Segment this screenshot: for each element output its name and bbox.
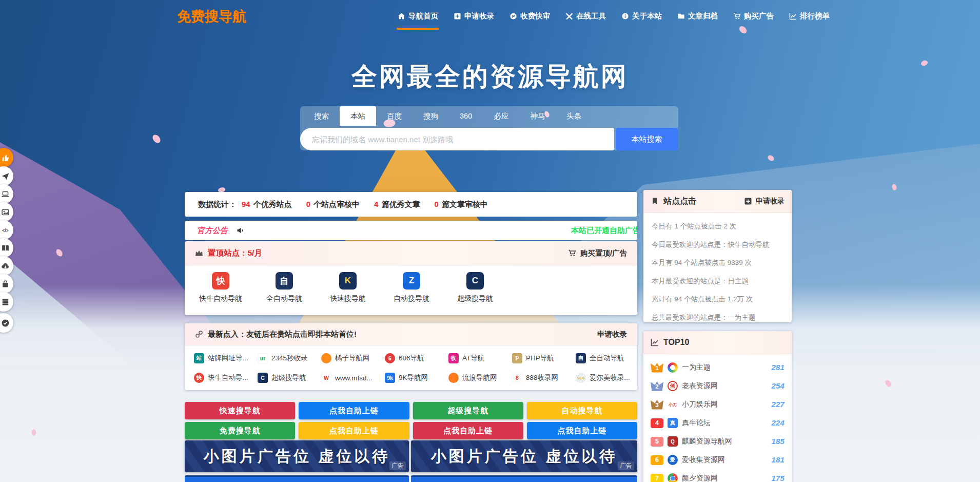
site-clicks-panel: 站点点击 申请收录 今日有 1 个站点被点击 2 次 今日最受欢迎的站点是：快牛… [643,190,792,322]
verify-button[interactable] [0,313,13,333]
site-name: 流浪导航网 [462,373,497,382]
link-item[interactable]: 6606导航 [381,353,444,363]
link-item[interactable]: ur2345秒收录 [253,353,317,363]
nav-item-apply[interactable]: 申请收录 [454,11,494,21]
top10-item[interactable]: 5 Q 麒麟资源导航网 185 [651,432,785,451]
search-button[interactable]: 本站搜索 [616,128,678,150]
search-tab-this-site[interactable]: 本站 [340,106,376,126]
link-item[interactable]: 快快牛自动导... [190,373,253,383]
server-button[interactable] [0,292,13,312]
top10-item[interactable]: 6 爱 爱收集资源网 181 [651,451,785,469]
link-button[interactable]: 免费搜导航 [185,422,295,439]
site-favicon: 自 [576,353,586,363]
book-button[interactable] [0,238,13,258]
code-button[interactable]: </> [0,220,13,240]
link-item[interactable]: 站站牌网址导... [190,353,253,363]
link-item[interactable]: C超级搜导航 [253,373,317,383]
top-site[interactable]: 自全自动导航 [252,272,316,303]
link-item[interactable]: 流浪导航网 [444,373,508,383]
petal-decoration [884,379,893,388]
shop-button[interactable] [0,274,13,294]
apply-link[interactable]: 申请收录 [744,197,785,206]
nav-item-rankings[interactable]: 排行榜单 [789,11,830,21]
top10-item[interactable]: 4 真 真牛论坛 224 [651,414,785,432]
site-logo[interactable]: 免费搜导航 [177,7,246,26]
stats-label: 数据统计： [198,200,237,209]
nav-item-online-tools[interactable]: 在线工具 [565,11,606,21]
search-tab-baidu[interactable]: 百度 [376,106,413,126]
top10-item[interactable]: 1 一为主题 281 [651,358,785,377]
cloud-download-icon [1,262,10,271]
search-tab-bing[interactable]: 必应 [483,106,519,126]
site-name: AT导航 [462,354,484,363]
laptop-icon [1,190,10,199]
nav-item-archive[interactable]: 文章归档 [677,11,718,21]
desktop-button[interactable] [0,184,13,204]
link-item[interactable]: SEO爱尔美收录... [572,373,635,383]
link-button[interactable]: 超级搜导航 [413,402,523,419]
link-button[interactable]: 点我自助上链 [299,402,409,419]
search-tab-shenma[interactable]: 神马 [519,106,556,126]
ad-banner-bottom[interactable] [411,475,637,482]
ad-banner[interactable]: 小图片广告位 虚位以待 广告 [411,440,637,472]
link-item[interactable]: Wwww.mfsd... [317,373,381,383]
nav-item-buy-ads[interactable]: 购买广告 [733,11,774,21]
site-favicon: Z [403,272,420,290]
nav-item-home[interactable]: 导航首页 [398,11,438,21]
search-tab-toutiao[interactable]: 头条 [556,106,592,126]
click-count: 254 [771,381,785,391]
buy-top-link[interactable]: 购买置顶/广告 [568,248,627,258]
search-tab-360[interactable]: 360 [449,106,483,126]
site-name: 真牛论坛 [682,418,711,428]
rank-crown-icon: 1 [651,363,663,373]
site-name: 888收录网 [526,373,558,382]
search-input[interactable] [300,128,614,150]
link-item[interactable]: 自全自动导航 [572,353,635,363]
like-button[interactable] [0,148,13,167]
link-button[interactable]: 自动搜导航 [527,402,637,419]
site-name: 老表资源网 [682,381,718,391]
search-row: 本站搜索 [300,128,678,150]
announcement-label: 官方公告 [197,226,228,236]
click-stat-line: 今日有 1 个站点被点击 2 次 [652,217,783,236]
link-item[interactable]: 收AT导航 [444,353,508,363]
stat-excellent-sites: 94个优秀站点 [242,200,292,209]
site-name: 快速搜导航 [330,294,366,303]
nav-item-paid-review[interactable]: P 收费快审 [509,11,550,21]
cart-icon [733,12,741,20]
top10-item[interactable]: 7 颜夕资源网 175 [651,469,785,482]
link-item[interactable]: 8888收录网 [508,373,572,383]
top10-item[interactable]: 2 佬 老表资源网 254 [651,377,785,395]
link-item[interactable]: 橘子导航网 [317,353,381,363]
top-site[interactable]: K快速搜导航 [316,272,380,303]
ad-tag: 广告 [389,461,406,470]
plus-square-icon [454,12,461,20]
download-button[interactable] [0,256,13,276]
site-favicon: 小刀 [668,399,678,410]
nav-item-about[interactable]: i 关于本站 [621,11,662,21]
gallery-button[interactable] [0,202,13,222]
share-button[interactable] [0,166,13,186]
ad-banner[interactable]: 小图片广告位 虚位以待 广告 [185,440,409,472]
nav-label: 文章归档 [688,11,718,21]
link-button[interactable]: 点我自助上链 [299,422,409,439]
top-site[interactable]: Z自动搜导航 [380,272,443,303]
rank-badge: 4 [651,418,663,428]
apply-link[interactable]: 申请收录 [597,330,627,339]
info-icon: i [621,12,629,20]
link-item[interactable]: 9k9K导航网 [381,373,444,383]
site-name: 爱尔美收录... [590,373,630,382]
link-button[interactable]: 点我自助上链 [413,422,523,439]
top-site[interactable]: 快快牛自动导航 [189,272,252,303]
ad-banner-bottom[interactable] [185,475,409,482]
site-name: 一为主题 [682,363,711,372]
site-favicon: W [321,373,331,383]
link-item[interactable]: PPHP导航 [508,353,572,363]
site-name: PHP导航 [526,354,554,363]
top-site[interactable]: C超级搜导航 [443,272,507,303]
link-button[interactable]: 点我自助上链 [527,422,637,439]
top10-item[interactable]: 3 小刀 小刀娱乐网 227 [651,395,785,414]
search-tab-sogou[interactable]: 搜狗 [413,106,449,126]
link-button[interactable]: 快速搜导航 [185,402,295,419]
nav-label: 购买广告 [744,11,774,21]
